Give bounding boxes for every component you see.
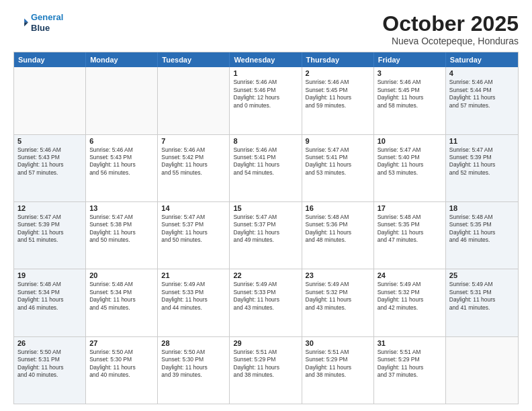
calendar-cell: 13Sunrise: 5:47 AM Sunset: 5:38 PM Dayli…	[86, 202, 158, 269]
calendar-cell: 6Sunrise: 5:46 AM Sunset: 5:43 PM Daylig…	[86, 135, 158, 201]
calendar-cell: 17Sunrise: 5:48 AM Sunset: 5:35 PM Dayli…	[374, 202, 446, 269]
calendar-cell: 16Sunrise: 5:48 AM Sunset: 5:36 PM Dayli…	[302, 202, 374, 269]
calendar-row: 1Sunrise: 5:46 AM Sunset: 5:46 PM Daylig…	[14, 67, 518, 134]
cell-info: Sunrise: 5:51 AM Sunset: 5:29 PM Dayligh…	[378, 349, 442, 379]
weekday-header: Sunday	[14, 52, 86, 67]
cell-info: Sunrise: 5:47 AM Sunset: 5:40 PM Dayligh…	[378, 146, 442, 177]
calendar-cell: 24Sunrise: 5:49 AM Sunset: 5:32 PM Dayli…	[374, 269, 446, 336]
cell-info: Sunrise: 5:46 AM Sunset: 5:44 PM Dayligh…	[449, 79, 515, 109]
calendar-cell: 30Sunrise: 5:51 AM Sunset: 5:29 PM Dayli…	[302, 337, 374, 404]
calendar-cell: 27Sunrise: 5:50 AM Sunset: 5:30 PM Dayli…	[86, 337, 158, 404]
day-number: 4	[449, 69, 515, 77]
cell-info: Sunrise: 5:49 AM Sunset: 5:31 PM Dayligh…	[449, 281, 515, 312]
day-number: 24	[378, 271, 442, 279]
calendar-cell: 5Sunrise: 5:46 AM Sunset: 5:43 PM Daylig…	[14, 135, 86, 201]
calendar-header: SundayMondayTuesdayWednesdayThursdayFrid…	[14, 52, 518, 67]
logo: General Blue	[13, 12, 63, 33]
cell-info: Sunrise: 5:50 AM Sunset: 5:30 PM Dayligh…	[89, 349, 154, 379]
weekday-header: Saturday	[446, 52, 518, 67]
calendar-body: 1Sunrise: 5:46 AM Sunset: 5:46 PM Daylig…	[14, 67, 518, 404]
cell-info: Sunrise: 5:46 AM Sunset: 5:45 PM Dayligh…	[378, 79, 442, 109]
day-number: 27	[89, 339, 154, 347]
day-number: 28	[161, 339, 226, 347]
day-number: 8	[233, 137, 298, 145]
cell-info: Sunrise: 5:46 AM Sunset: 5:43 PM Dayligh…	[89, 146, 154, 177]
cell-info: Sunrise: 5:49 AM Sunset: 5:33 PM Dayligh…	[233, 281, 298, 312]
calendar-cell: 4Sunrise: 5:46 AM Sunset: 5:44 PM Daylig…	[446, 67, 518, 134]
day-number: 20	[89, 271, 154, 279]
cell-info: Sunrise: 5:46 AM Sunset: 5:43 PM Dayligh…	[17, 146, 82, 177]
cell-info: Sunrise: 5:47 AM Sunset: 5:38 PM Dayligh…	[89, 214, 154, 244]
calendar-cell: 25Sunrise: 5:49 AM Sunset: 5:31 PM Dayli…	[446, 269, 518, 336]
calendar-cell: 19Sunrise: 5:48 AM Sunset: 5:34 PM Dayli…	[14, 269, 86, 336]
cell-info: Sunrise: 5:48 AM Sunset: 5:35 PM Dayligh…	[449, 214, 515, 244]
calendar-cell	[446, 337, 518, 404]
calendar-cell: 22Sunrise: 5:49 AM Sunset: 5:33 PM Dayli…	[230, 269, 302, 336]
calendar-cell: 21Sunrise: 5:49 AM Sunset: 5:33 PM Dayli…	[158, 269, 230, 336]
calendar-cell: 7Sunrise: 5:46 AM Sunset: 5:42 PM Daylig…	[158, 135, 230, 201]
day-number: 3	[378, 69, 442, 77]
day-number: 14	[161, 204, 226, 212]
cell-info: Sunrise: 5:48 AM Sunset: 5:34 PM Dayligh…	[89, 281, 154, 312]
cell-info: Sunrise: 5:51 AM Sunset: 5:29 PM Dayligh…	[233, 349, 298, 379]
cell-info: Sunrise: 5:47 AM Sunset: 5:41 PM Dayligh…	[306, 146, 370, 177]
logo-text: General Blue	[31, 12, 63, 33]
calendar-cell: 11Sunrise: 5:47 AM Sunset: 5:39 PM Dayli…	[446, 135, 518, 201]
day-number: 5	[17, 137, 82, 145]
calendar-cell: 28Sunrise: 5:50 AM Sunset: 5:30 PM Dayli…	[158, 337, 230, 404]
calendar-cell: 8Sunrise: 5:46 AM Sunset: 5:41 PM Daylig…	[230, 135, 302, 201]
day-number: 23	[306, 271, 370, 279]
month-title: October 2025	[382, 12, 519, 36]
day-number: 17	[378, 204, 442, 212]
day-number: 6	[89, 137, 154, 145]
svg-marker-1	[24, 22, 28, 26]
weekday-header: Wednesday	[230, 52, 302, 67]
day-number: 13	[89, 204, 154, 212]
cell-info: Sunrise: 5:49 AM Sunset: 5:32 PM Dayligh…	[378, 281, 442, 312]
calendar-cell: 1Sunrise: 5:46 AM Sunset: 5:46 PM Daylig…	[230, 67, 302, 134]
day-number: 10	[378, 137, 442, 145]
cell-info: Sunrise: 5:46 AM Sunset: 5:42 PM Dayligh…	[161, 146, 226, 177]
day-number: 18	[449, 204, 515, 212]
day-number: 15	[233, 204, 298, 212]
logo-icon	[13, 15, 28, 30]
day-number: 25	[449, 271, 515, 279]
cell-info: Sunrise: 5:50 AM Sunset: 5:30 PM Dayligh…	[161, 349, 226, 379]
day-number: 31	[378, 339, 442, 347]
calendar-cell: 10Sunrise: 5:47 AM Sunset: 5:40 PM Dayli…	[374, 135, 446, 201]
day-number: 22	[233, 271, 298, 279]
cell-info: Sunrise: 5:49 AM Sunset: 5:32 PM Dayligh…	[306, 281, 370, 312]
calendar-cell: 18Sunrise: 5:48 AM Sunset: 5:35 PM Dayli…	[446, 202, 518, 269]
calendar: SundayMondayTuesdayWednesdayThursdayFrid…	[13, 52, 519, 404]
calendar-cell: 15Sunrise: 5:47 AM Sunset: 5:37 PM Dayli…	[230, 202, 302, 269]
day-number: 29	[233, 339, 298, 347]
header: General Blue October 2025 Nueva Ocotepeq…	[13, 12, 519, 46]
cell-info: Sunrise: 5:48 AM Sunset: 5:35 PM Dayligh…	[378, 214, 442, 244]
day-number: 30	[306, 339, 370, 347]
calendar-cell: 29Sunrise: 5:51 AM Sunset: 5:29 PM Dayli…	[230, 337, 302, 404]
calendar-cell: 20Sunrise: 5:48 AM Sunset: 5:34 PM Dayli…	[86, 269, 158, 336]
calendar-cell: 9Sunrise: 5:47 AM Sunset: 5:41 PM Daylig…	[302, 135, 374, 201]
calendar-cell	[14, 67, 86, 134]
cell-info: Sunrise: 5:48 AM Sunset: 5:36 PM Dayligh…	[306, 214, 370, 244]
cell-info: Sunrise: 5:47 AM Sunset: 5:39 PM Dayligh…	[449, 146, 515, 177]
day-number: 16	[306, 204, 370, 212]
calendar-row: 5Sunrise: 5:46 AM Sunset: 5:43 PM Daylig…	[14, 134, 518, 201]
location-subtitle: Nueva Ocotepeque, Honduras	[382, 36, 519, 46]
day-number: 7	[161, 137, 226, 145]
weekday-header: Monday	[86, 52, 158, 67]
calendar-cell: 23Sunrise: 5:49 AM Sunset: 5:32 PM Dayli…	[302, 269, 374, 336]
day-number: 11	[449, 137, 515, 145]
weekday-header: Friday	[374, 52, 446, 67]
page: General Blue October 2025 Nueva Ocotepeq…	[0, 0, 532, 411]
day-number: 2	[306, 69, 370, 77]
day-number: 21	[161, 271, 226, 279]
cell-info: Sunrise: 5:47 AM Sunset: 5:37 PM Dayligh…	[233, 214, 298, 244]
cell-info: Sunrise: 5:48 AM Sunset: 5:34 PM Dayligh…	[17, 281, 82, 312]
calendar-cell: 12Sunrise: 5:47 AM Sunset: 5:39 PM Dayli…	[14, 202, 86, 269]
cell-info: Sunrise: 5:46 AM Sunset: 5:41 PM Dayligh…	[233, 146, 298, 177]
title-block: October 2025 Nueva Ocotepeque, Honduras	[382, 12, 519, 46]
cell-info: Sunrise: 5:49 AM Sunset: 5:33 PM Dayligh…	[161, 281, 226, 312]
day-number: 9	[306, 137, 370, 145]
cell-info: Sunrise: 5:50 AM Sunset: 5:31 PM Dayligh…	[17, 349, 82, 379]
